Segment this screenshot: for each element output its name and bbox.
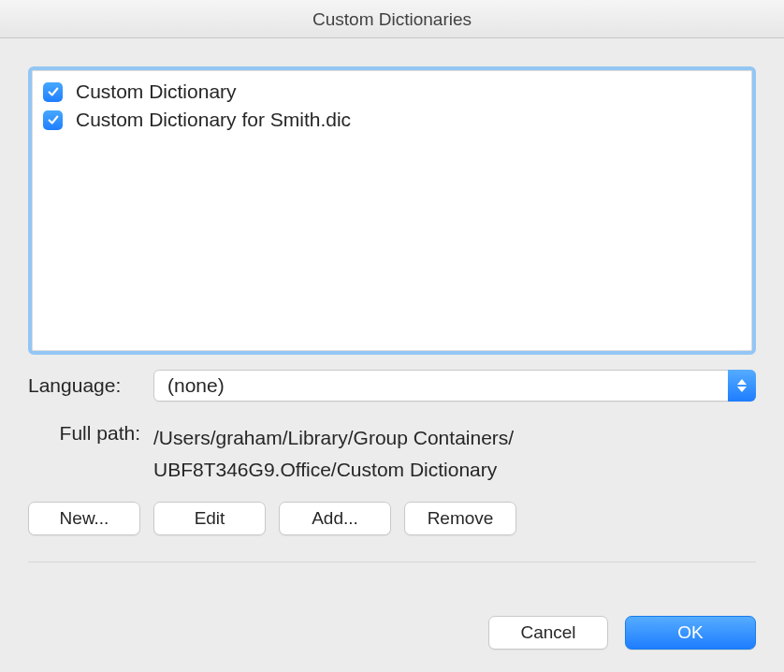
checkbox-icon[interactable] xyxy=(43,110,63,130)
chevron-up-down-icon xyxy=(728,370,756,402)
list-item[interactable]: Custom Dictionary xyxy=(39,78,745,106)
checkbox-icon[interactable] xyxy=(43,82,63,102)
language-select[interactable]: (none) xyxy=(153,370,756,402)
fullpath-value: /Users/graham/Library/Group Containers/ … xyxy=(153,422,514,485)
fullpath-line1: /Users/graham/Library/Group Containers/ xyxy=(153,422,514,454)
divider xyxy=(28,562,756,562)
list-item[interactable]: Custom Dictionary for Smith.dic xyxy=(39,106,745,134)
add-button[interactable]: Add... xyxy=(279,502,391,535)
fullpath-label: Full path: xyxy=(28,422,140,485)
remove-button[interactable]: Remove xyxy=(404,502,516,535)
ok-button[interactable]: OK xyxy=(625,616,756,650)
language-value: (none) xyxy=(167,374,225,397)
dictionary-list[interactable]: Custom Dictionary Custom Dictionary for … xyxy=(28,66,756,355)
list-item-label: Custom Dictionary for Smith.dic xyxy=(76,109,351,131)
edit-button[interactable]: Edit xyxy=(153,502,266,535)
list-item-label: Custom Dictionary xyxy=(76,80,237,103)
new-button[interactable]: New... xyxy=(28,502,140,535)
window-title: Custom Dictionaries xyxy=(0,0,784,38)
language-label: Language: xyxy=(28,374,140,397)
cancel-button[interactable]: Cancel xyxy=(488,616,608,650)
fullpath-line2: UBF8T346G9.Office/Custom Dictionary xyxy=(153,454,514,486)
